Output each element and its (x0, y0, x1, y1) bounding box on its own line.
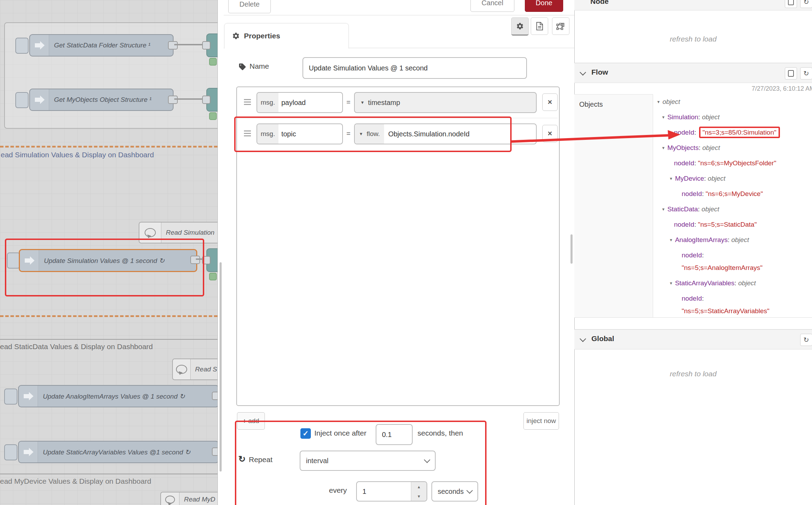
chevron-down-icon[interactable]: ▼ (359, 131, 363, 136)
tree-row[interactable]: nodeId: "ns=5;s=StaticData" (657, 217, 812, 232)
inject-trigger-button[interactable] (15, 38, 29, 54)
typed-input-timestamp[interactable]: ▼ timestamp (354, 92, 537, 113)
collapse-section-button[interactable] (785, 67, 797, 80)
appearance-tab-button[interactable] (552, 17, 569, 35)
name-input[interactable]: Update Simulation Values @ 1 second (302, 57, 527, 79)
canvas-scrollbar-thumb[interactable] (220, 262, 222, 472)
tray-scrollbar-thumb[interactable] (570, 234, 573, 264)
refresh-button[interactable]: ↻ (800, 334, 812, 346)
equals-sign: = (346, 130, 351, 138)
done-button[interactable]: Done (525, 0, 563, 12)
inject-once-checkbox[interactable]: ✓ (300, 428, 311, 439)
cancel-button[interactable]: Cancel (470, 0, 514, 12)
tree-row[interactable]: nodeId: "ns=3;s=85/0:Simulation" (657, 125, 812, 140)
description-tab-button[interactable] (531, 17, 548, 35)
expand-triangle-icon[interactable]: ▼ (661, 115, 665, 119)
appearance-icon (556, 22, 565, 30)
tree-colon: : (702, 190, 706, 197)
inject-trigger-button[interactable] (4, 444, 17, 460)
global-section-header[interactable]: Global ↻ (574, 329, 812, 349)
spinner-down-icon[interactable]: ▼ (411, 491, 427, 501)
tree-row[interactable]: ▼object (657, 94, 812, 110)
drag-handle-icon[interactable] (244, 99, 251, 100)
remove-rule-button[interactable]: × (542, 93, 558, 111)
output-port[interactable] (190, 256, 200, 264)
chevron-down-icon[interactable]: ▼ (360, 100, 365, 105)
remove-rule-button[interactable]: × (542, 125, 558, 142)
inject-now-button[interactable]: inject now (523, 412, 559, 430)
comment-node[interactable]: Read Simulation (139, 222, 217, 243)
inject-node[interactable]: Get MyObjects Object Structure ¹ (29, 89, 174, 111)
properties-tab-button[interactable] (511, 17, 529, 36)
delete-button[interactable]: Delete (228, 0, 271, 13)
chevron-down-icon[interactable] (580, 336, 586, 342)
inject-node[interactable]: Get StaticData Folder Structure ¹ (29, 34, 174, 56)
every-unit-select[interactable]: seconds (431, 481, 478, 502)
node-label: Update AnalogItemArrays Values @ 1 secon… (38, 392, 190, 400)
expand-triangle-icon[interactable]: ▼ (669, 176, 673, 181)
output-port[interactable] (212, 392, 217, 400)
input-port[interactable] (202, 96, 210, 104)
refresh-button[interactable]: ↻ (800, 0, 812, 8)
expand-triangle-icon[interactable]: ▼ (669, 238, 673, 242)
tree-row[interactable]: nodeId: "ns=5;s=StaticArrayVariables" (657, 291, 812, 319)
group-border (0, 339, 217, 340)
tab-properties[interactable]: Properties (224, 23, 349, 48)
tree-row[interactable]: ▼StaticData: object (657, 202, 812, 217)
repeat-select[interactable]: interval (300, 451, 436, 471)
status-dot (209, 58, 217, 66)
tree-row[interactable]: nodeId: "ns=6;s=MyDevice" (657, 186, 812, 202)
tree-row[interactable]: nodeId: "ns=5;s=AnalogItemArrays" (657, 248, 812, 276)
comment-node[interactable]: Read MyD (160, 492, 217, 505)
expand-triangle-icon[interactable]: ▼ (657, 100, 660, 104)
rule-property-input[interactable]: msg. payload (256, 92, 343, 113)
input-port[interactable] (202, 41, 210, 50)
tree-row[interactable]: ▼AnalogItemArrays: object (657, 232, 812, 248)
drag-handle-icon[interactable] (244, 130, 251, 131)
inject-trigger-button[interactable] (7, 252, 20, 269)
inject-trigger-button[interactable] (4, 389, 17, 405)
inject-node-selected[interactable]: Update Simulation Values @ 1 second ↻ (19, 249, 197, 272)
typed-input-flow[interactable]: ▼flow. Objects.Simulation.nodeId (354, 123, 537, 144)
output-port[interactable] (168, 41, 178, 50)
flow-section-title: Flow (591, 68, 608, 76)
input-port[interactable] (202, 256, 210, 264)
status-dot (209, 112, 217, 120)
tray-header-divider (224, 15, 574, 15)
tree-value: "ns=3;s=85/0:Simulation" (699, 127, 780, 138)
inject-node[interactable]: Update AnalogItemArrays Values @ 1 secon… (18, 385, 217, 407)
tree-value: "ns=6;s=MyObjectsFolder" (698, 159, 776, 167)
rule-property-input[interactable]: msg. topic (256, 123, 343, 144)
spinner-up-icon[interactable]: ▲ (411, 482, 427, 491)
comment-node[interactable]: Read S (172, 359, 217, 380)
tree-row[interactable]: ▼MyDevice: object (657, 171, 812, 186)
output-port[interactable] (168, 96, 178, 104)
collapse-section-button[interactable] (785, 0, 797, 8)
number-spinner[interactable]: ▲ ▼ (411, 482, 427, 501)
expand-triangle-icon[interactable]: ▼ (661, 207, 665, 211)
tree-row[interactable]: nodeId: "ns=6;s=MyObjectsFolder" (657, 156, 812, 171)
tree-key: nodeId (682, 251, 702, 259)
refresh-button[interactable]: ↻ (800, 67, 812, 80)
add-rule-button[interactable]: +add (237, 412, 265, 430)
flow-canvas[interactable]: Get StaticData Folder Structure ¹ Get My… (0, 0, 217, 505)
chevron-down-icon[interactable] (580, 69, 586, 75)
flow-section-header[interactable]: Flow ↻ (574, 63, 812, 83)
typed-input-type-segment[interactable]: ▼flow. (355, 124, 384, 144)
name-label: Name (250, 62, 269, 70)
expand-triangle-icon[interactable]: ▼ (661, 146, 665, 150)
expand-triangle-icon[interactable]: ▼ (669, 281, 673, 285)
tree-row[interactable]: ▼MyObjects: object (657, 140, 812, 156)
inject-trigger-button[interactable] (15, 92, 29, 108)
inject-once-delay-input[interactable]: 0.1 (376, 424, 413, 445)
typed-input-value: Objects.Simulation.nodeId (384, 130, 469, 138)
output-port[interactable] (212, 447, 217, 456)
tree-row[interactable]: ▼StaticArrayVariables: object (657, 276, 812, 291)
refresh-icon: ↻ (804, 69, 809, 77)
tab-label: Properties (244, 32, 280, 40)
tree-row[interactable]: ▼Simulation: object (657, 110, 812, 125)
name-value: Update Simulation Values @ 1 second (303, 64, 428, 72)
inject-node[interactable]: Update StaticArrayVariables Values @1 se… (18, 441, 217, 463)
tree-value: "ns=5;s=StaticArrayVariables" (682, 305, 812, 317)
every-value-input[interactable]: 1 ▲ ▼ (356, 481, 427, 502)
